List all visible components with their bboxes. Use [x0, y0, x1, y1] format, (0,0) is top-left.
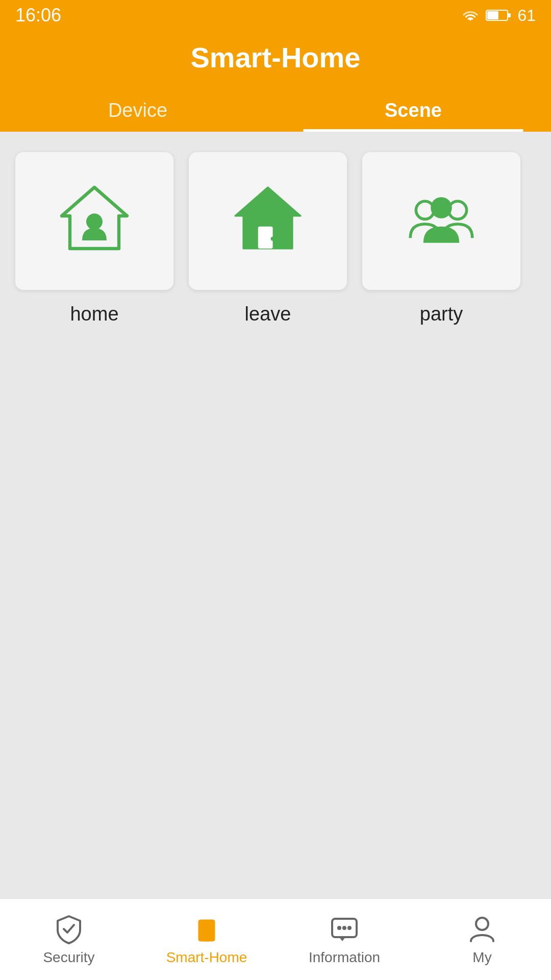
- shield-icon: [54, 914, 84, 944]
- svg-point-18: [342, 926, 346, 930]
- nav-item-security[interactable]: Security: [0, 914, 138, 966]
- svg-rect-2: [487, 11, 498, 19]
- svg-point-19: [347, 926, 352, 930]
- scene-card-leave[interactable]: [189, 152, 347, 290]
- person-icon: [467, 914, 497, 944]
- svg-rect-12: [202, 924, 206, 930]
- nav-label-my: My: [472, 949, 491, 966]
- leave-scene-icon: [227, 179, 309, 263]
- nav-item-information[interactable]: Information: [276, 914, 413, 966]
- party-scene-icon: [400, 179, 482, 263]
- svg-point-4: [86, 213, 103, 230]
- svg-point-10: [431, 197, 452, 218]
- home-scene-icon: [54, 179, 135, 263]
- scene-item-leave[interactable]: leave: [189, 152, 347, 325]
- svg-rect-6: [258, 227, 273, 249]
- svg-point-17: [337, 926, 341, 930]
- scene-card-home[interactable]: [15, 152, 173, 290]
- scene-grid: home leave: [0, 132, 551, 346]
- scene-label-party: party: [420, 303, 463, 325]
- battery-icon: [486, 8, 511, 22]
- wifi-icon: [461, 8, 480, 23]
- scene-label-home: home: [70, 303, 118, 325]
- scene-item-home[interactable]: home: [15, 152, 173, 325]
- status-icons: 61: [461, 6, 536, 25]
- app-title: Smart-Home: [191, 41, 361, 74]
- nav-label-security: Security: [43, 949, 94, 966]
- smarthome-nav-icon: [191, 914, 222, 944]
- nav-label-information: Information: [309, 949, 380, 966]
- status-bar: 16:06 61: [0, 0, 551, 31]
- chat-icon: [329, 914, 360, 944]
- battery-level: 61: [517, 6, 536, 25]
- status-time: 16:06: [15, 5, 61, 26]
- tab-device[interactable]: Device: [0, 89, 276, 132]
- nav-label-smarthome: Smart-Home: [166, 949, 247, 966]
- tab-scene[interactable]: Scene: [276, 89, 551, 132]
- svg-point-20: [476, 918, 488, 930]
- scene-card-party[interactable]: [362, 152, 520, 290]
- svg-rect-13: [208, 924, 212, 930]
- svg-rect-14: [204, 933, 210, 941]
- header: Smart-Home Device Scene: [0, 31, 551, 132]
- svg-rect-1: [508, 13, 511, 17]
- bottom-nav: Security Smart-Home Information My: [0, 898, 551, 980]
- tab-bar: Device Scene: [0, 89, 551, 132]
- scene-label-leave: leave: [245, 303, 291, 325]
- scene-item-party[interactable]: party: [362, 152, 520, 325]
- nav-item-my[interactable]: My: [413, 914, 551, 966]
- nav-item-smarthome[interactable]: Smart-Home: [138, 914, 276, 966]
- svg-rect-15: [205, 935, 208, 937]
